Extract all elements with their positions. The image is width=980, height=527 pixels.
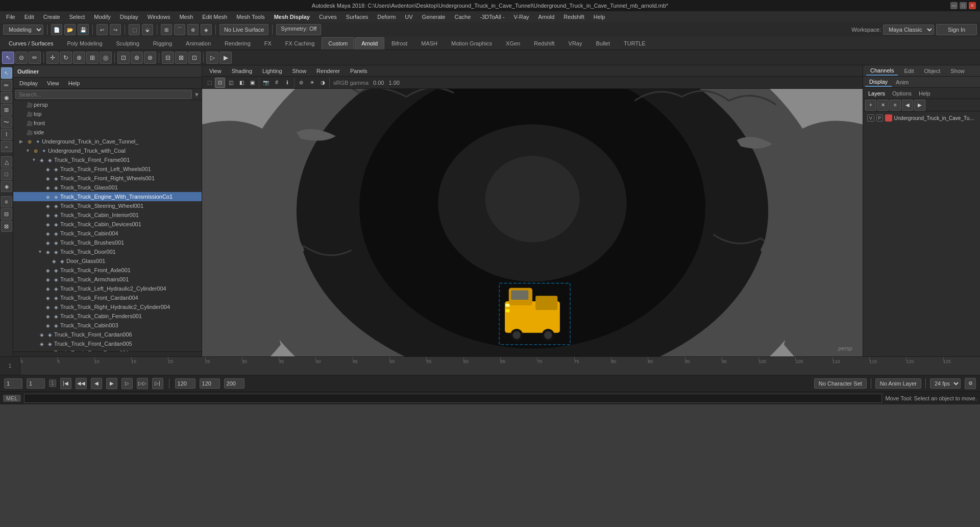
select-tool-btn[interactable]: ↖ [2, 52, 14, 64]
right-subtab-options[interactable]: Options [889, 89, 915, 98]
tree-item-front[interactable]: 🎥 front [13, 118, 202, 128]
tab-fx-caching[interactable]: FX Caching [279, 37, 321, 50]
paint-tool[interactable]: ✏ [1, 80, 12, 91]
current-frame-input[interactable] [27, 378, 45, 389]
sign-in-btn[interactable]: Sign In [936, 24, 977, 35]
go-to-end-btn[interactable]: ▷| [152, 378, 163, 389]
menu-uv[interactable]: UV [401, 13, 416, 21]
menu-select[interactable]: Select [65, 13, 89, 21]
right-tab-channels[interactable]: Channels [866, 66, 898, 76]
menu-arnold[interactable]: Arnold [534, 13, 559, 21]
right-tab-object[interactable]: Object [920, 67, 944, 75]
last-op-btn[interactable]: ⊛ [144, 52, 156, 64]
paint-select-btn[interactable]: ✏ [29, 52, 41, 64]
menu-help[interactable]: Help [590, 13, 609, 21]
tree-item-persp[interactable]: 🎥 persp [13, 100, 202, 109]
snap-grid-tool-btn[interactable]: ⊟ [162, 52, 174, 64]
ipr-btn[interactable]: ▶ [219, 52, 232, 64]
frame-start-input[interactable] [4, 378, 22, 389]
tab-rigging[interactable]: Rigging [146, 37, 179, 50]
tree-item-rhyd2[interactable]: ◈ ◈ Truck_Truck_Right_Hydraulic2_Cylinde… [13, 302, 202, 312]
tree-item-side[interactable]: 🎥 side [13, 128, 202, 137]
menu-mesh-tools[interactable]: Mesh Tools [232, 13, 268, 21]
tree-item-cabin-int[interactable]: ◈ ◈ Truck_Truck_Cabin_Interior001 [13, 210, 202, 220]
vp-shadow-btn[interactable]: ◑ [317, 78, 328, 88]
menu-curves[interactable]: Curves [315, 13, 341, 21]
snap-surface-btn[interactable]: ◈ [201, 24, 212, 35]
layer-nav-prev[interactable]: ◀ [902, 100, 913, 111]
tree-item-fc005[interactable]: ◈ ◈ Truck_Truck_Front_Cardan005 [13, 339, 202, 348]
tab-animation[interactable]: Animation [179, 37, 217, 50]
play-btn[interactable]: ▶ [106, 378, 117, 389]
ep-curve-tool[interactable]: ⌇ [1, 129, 12, 140]
polygon-tool[interactable]: △ [1, 156, 12, 167]
snap-grid-btn[interactable]: ⊞ [161, 24, 172, 35]
next-key-btn[interactable]: ▷▷ [137, 378, 148, 389]
close-button[interactable]: ✕ [969, 2, 976, 9]
delete-layer-btn[interactable]: ✕ [877, 100, 889, 111]
snap-point-btn[interactable]: ⊕ [187, 24, 199, 35]
tab-vray[interactable]: VRay [562, 37, 589, 50]
tree-item-fl-wheels[interactable]: ◈ ◈ Truck_Truck_Front_Left_Wheels001 [13, 164, 202, 174]
vp-wireframe-btn[interactable]: ◫ [226, 78, 236, 88]
minimize-button[interactable]: — [950, 2, 958, 9]
vp-menu-view[interactable]: View [205, 67, 226, 75]
tree-item-front-axle[interactable]: ◈ ◈ Truck_Truck_Front_Axle001 [13, 266, 202, 275]
right-tab-anim[interactable]: Anim [892, 78, 913, 86]
tab-fx[interactable]: FX [258, 37, 278, 50]
history-btn[interactable]: ⊚ [131, 52, 143, 64]
right-subtab-layers[interactable]: Layers [865, 89, 888, 98]
tree-item-top[interactable]: 🎥 top [13, 109, 202, 118]
primitive-btn[interactable]: □ [1, 169, 12, 180]
anim-range-end-input[interactable] [200, 378, 220, 389]
vp-camera-btn[interactable]: 📷 [261, 78, 271, 88]
outliner-menu-view[interactable]: View [43, 79, 63, 87]
anim-layer-button[interactable]: No Anim Layer [875, 378, 921, 389]
outliner-filter-btn[interactable]: ▼ [194, 91, 200, 98]
tree-item-lhyd2[interactable]: ◈ ◈ Truck_Truck_Left_Hydraulic2_Cylinder… [13, 284, 202, 293]
open-btn[interactable]: 📂 [64, 24, 76, 35]
fps-dropdown[interactable]: 24 fps [930, 378, 961, 389]
show-manip-btn[interactable]: ⊡ [117, 52, 130, 64]
menu-edit[interactable]: Edit [20, 13, 38, 21]
vp-menu-shading[interactable]: Shading [228, 67, 256, 75]
outliner-horizontal-scrollbar[interactable] [13, 351, 202, 356]
layer-item-underground[interactable]: V P Underground_Truck_in_Cave_Tunnel [865, 113, 978, 123]
tab-bullet[interactable]: Bullet [590, 37, 617, 50]
tree-item-devices[interactable]: ◈ ◈ Truck_Truck_Cabin_Devices001 [13, 220, 202, 229]
tree-item-door001[interactable]: ▼ ◈ ◈ Truck_Truck_Door001 [13, 247, 202, 256]
vp-select-btn[interactable]: ⬚ [204, 78, 214, 88]
tree-item-armchairs[interactable]: ◈ ◈ Truck_Truck_Armchairs001 [13, 275, 202, 284]
tree-item-steering[interactable]: ◈ ◈ Truck_Truck_Steering_Wheel001 [13, 201, 202, 210]
vp-menu-lighting[interactable]: Lighting [258, 67, 286, 75]
vp-hud-btn[interactable]: ℹ [282, 78, 292, 88]
tree-item-truck-coal[interactable]: ▼ ⊕ ✦ Underground_Truck_with_Coal [13, 146, 202, 155]
workspace-name-dropdown[interactable]: Maya Classic [883, 25, 934, 35]
outliner-menu-display[interactable]: Display [15, 79, 42, 87]
vp-light-btn[interactable]: ☀ [307, 78, 317, 88]
rotate-tool-btn[interactable]: ↻ [60, 52, 72, 64]
layer-visibility-btn[interactable]: V [867, 114, 874, 122]
redo-btn[interactable]: ↪ [110, 24, 121, 35]
char-set-button[interactable]: No Character Set [814, 378, 867, 389]
universal-manip-btn[interactable]: ⊞ [86, 52, 99, 64]
prev-key-btn[interactable]: ◀◀ [76, 378, 87, 389]
layer-playback-btn[interactable]: P [876, 114, 884, 122]
outliner-tree[interactable]: 🎥 persp 🎥 top 🎥 front 🎥 side [13, 100, 202, 351]
select-btn[interactable]: ⬚ [129, 24, 140, 35]
go-to-start-btn[interactable]: |◀ [60, 378, 71, 389]
menu-file[interactable]: File [2, 13, 19, 21]
tab-bifrost[interactable]: Bifrost [385, 37, 414, 50]
symmetry-button[interactable]: Symmetry: Off [276, 24, 321, 35]
move-tool-btn[interactable]: ✛ [46, 52, 59, 64]
snap-curve-btn[interactable]: ⌒ [174, 24, 185, 35]
tree-item-front-frame[interactable]: ▼ ◈ ◈ Truck_Truck_Front_Frame001 [13, 155, 202, 164]
render-setup-btn[interactable]: ⊠ [1, 221, 12, 232]
tab-xgen[interactable]: XGen [499, 37, 527, 50]
bezier-tool[interactable]: ⌢ [1, 141, 12, 152]
cv-curve-tool[interactable]: 〜 [1, 116, 12, 128]
sculpt-tool[interactable]: ◉ [1, 92, 12, 103]
next-frame-btn[interactable]: ▷ [121, 378, 133, 389]
tree-item-cabin-fenders[interactable]: ◈ ◈ Truck_Truck_Cabin_Fenders001 [13, 312, 202, 321]
layer-color-swatch[interactable] [885, 114, 892, 122]
